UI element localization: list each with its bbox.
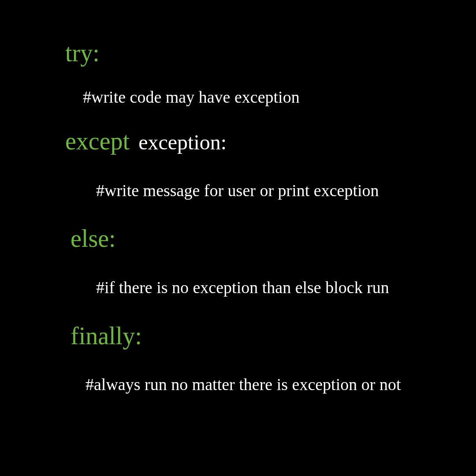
finally-keyword: finally: (71, 322, 142, 350)
code-document: try: #write code may have exception exce… (0, 0, 476, 476)
else-comment: #if there is no exception than else bloc… (96, 278, 389, 297)
except-keyword: except (65, 127, 130, 155)
finally-comment: #always run no matter there is exception… (86, 375, 401, 394)
except-line: except exception: (65, 127, 227, 155)
except-comment: #write message for user or print excepti… (96, 181, 379, 200)
else-keyword: else: (71, 224, 116, 253)
try-keyword: try: (65, 39, 100, 67)
try-comment: #write code may have exception (83, 87, 300, 107)
exception-text: exception: (133, 130, 227, 154)
